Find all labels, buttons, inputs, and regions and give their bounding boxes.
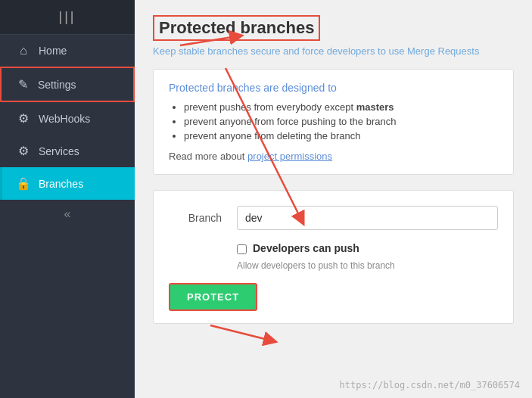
sidebar-item-label: Settings (38, 79, 76, 91)
sidebar-item-label: Branches (39, 178, 83, 190)
services-icon: ⚙ (16, 144, 31, 158)
list-item: prevent anyone from deleting the branch (184, 130, 498, 141)
read-more-text: Read more about project permissions (169, 151, 498, 162)
protect-button-wrap: PROTECT (169, 283, 498, 311)
sidebar-item-services[interactable]: ⚙ Services (0, 135, 135, 167)
sidebar-header: ||| (0, 0, 135, 35)
page-title: Protected branches (159, 18, 314, 38)
checkbox-description: Allow developers to push to this branch (169, 260, 498, 271)
sidebar-item-branches[interactable]: 🔒 Branches (0, 167, 135, 200)
developers-can-push-label[interactable]: Developers can push (253, 242, 359, 254)
sidebar-header-icon: ||| (58, 9, 76, 25)
sidebar-item-label: Home (39, 45, 67, 57)
branch-input[interactable] (237, 206, 498, 230)
developers-can-push-checkbox[interactable] (237, 244, 247, 254)
edit-icon: ✎ (15, 77, 30, 92)
sidebar-item-home[interactable]: ⌂ Home (0, 35, 135, 67)
info-box: Protected branches are designed to preve… (153, 69, 514, 175)
sidebar-item-webhooks[interactable]: ⚙ WebHooks (0, 102, 135, 135)
info-box-list: prevent pushes from everybody except mas… (184, 101, 498, 141)
form-section: Branch Developers can push Allow develop… (153, 190, 514, 324)
chevron-left-icon: « (64, 207, 71, 221)
branch-label: Branch (169, 212, 222, 224)
branch-row: Branch (169, 206, 498, 230)
page-subtitle: Keep stable branches secure and force de… (153, 45, 514, 57)
sidebar-collapse-button[interactable]: « (0, 200, 135, 229)
project-permissions-link[interactable]: project permissions (247, 151, 332, 162)
sidebar-item-settings[interactable]: ✎ Settings (0, 67, 135, 102)
sidebar: ||| ⌂ Home ✎ Settings ⚙ WebHooks ⚙ Servi… (0, 0, 135, 398)
watermark: https://blog.csdn.net/m0_37606574 (340, 380, 520, 390)
svg-line-3 (210, 325, 271, 340)
sidebar-item-label: WebHooks (39, 113, 90, 125)
protect-button[interactable]: PROTECT (169, 283, 257, 311)
list-item: prevent pushes from everybody except mas… (184, 101, 498, 113)
checkbox-row: Developers can push (169, 242, 498, 254)
home-icon: ⌂ (16, 44, 31, 58)
webhooks-icon: ⚙ (16, 111, 31, 126)
main-content: Protected branches Keep stable branches … (135, 0, 532, 398)
sidebar-nav: ⌂ Home ✎ Settings ⚙ WebHooks ⚙ Services … (0, 35, 135, 398)
info-box-title: Protected branches are designed to (169, 82, 498, 94)
list-item: prevent anyone from force pushing to the… (184, 116, 498, 127)
sidebar-item-label: Services (39, 145, 79, 157)
page-title-box: Protected branches (153, 15, 320, 41)
lock-icon: 🔒 (16, 176, 31, 191)
